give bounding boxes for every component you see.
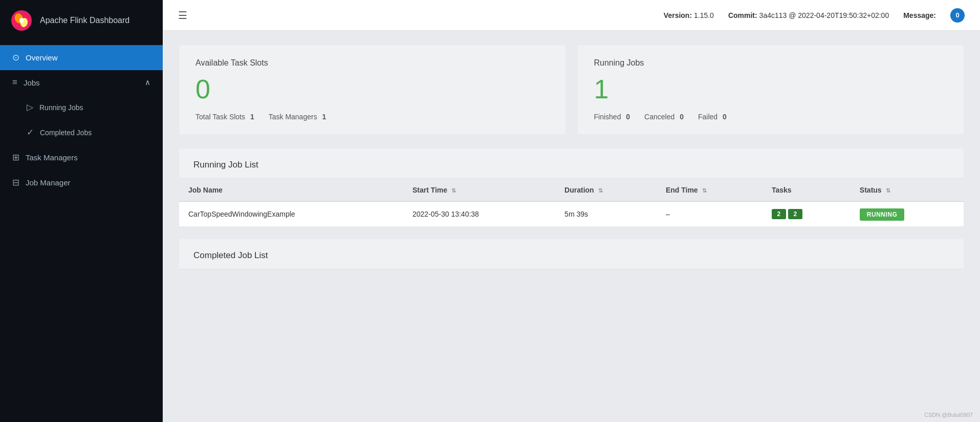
main-area: ☰ Version: 1.15.0 Commit: 3a4c113 @ 2022… — [163, 0, 980, 422]
duration-sort-icon: ⇅ — [598, 187, 603, 194]
table-row[interactable]: CarTopSpeedWindowingExample 2022-05-30 1… — [179, 202, 964, 227]
cell-status: RUNNING — [851, 202, 964, 227]
sidebar-item-task-managers-label: Task Managers — [26, 153, 78, 162]
message-badge[interactable]: 0 — [950, 8, 965, 23]
col-status[interactable]: Status ⇅ — [851, 179, 964, 202]
summary-cards: Available Task Slots 0 Total Task Slots … — [179, 45, 964, 134]
start-time-sort-icon: ⇅ — [451, 187, 456, 194]
task-slots-value: 0 — [195, 76, 549, 102]
task-managers-icon: ⊞ — [12, 152, 19, 163]
status-badge: RUNNING — [860, 208, 905, 221]
failed-stat: Failed 0 — [698, 113, 727, 121]
task-badge-b: 2 — [788, 209, 802, 219]
version-label: Version: — [664, 11, 692, 19]
canceled-stat: Canceled 0 — [644, 113, 684, 121]
tasks-badges: 2 2 — [772, 209, 841, 219]
table-header-row: Job Name Start Time ⇅ Duration ⇅ End Tim… — [179, 179, 964, 202]
task-slots-card: Available Task Slots 0 Total Task Slots … — [179, 45, 565, 134]
cell-start-time: 2022-05-30 13:40:38 — [403, 202, 555, 227]
running-jobs-card: Running Jobs 1 Finished 0 Canceled 0 Fai… — [578, 45, 964, 134]
task-badge-a: 2 — [772, 209, 786, 219]
sidebar: Apache Flink Dashboard ⊙ Overview ≡ Jobs… — [0, 0, 163, 422]
message-info: Message: — [903, 11, 936, 19]
running-jobs-title: Running Jobs — [594, 58, 948, 68]
cell-job-name: CarTopSpeedWindowingExample — [179, 202, 403, 227]
jobs-children: ▷ Running Jobs ✓ Completed Jobs — [0, 95, 163, 145]
running-jobs-stats: Finished 0 Canceled 0 Failed 0 — [594, 113, 948, 121]
chevron-up-icon: ∧ — [145, 78, 150, 87]
topbar-meta: Version: 1.15.0 Commit: 3a4c113 @ 2022-0… — [664, 8, 965, 23]
finished-stat: Finished 0 — [594, 113, 630, 121]
main-content: Available Task Slots 0 Total Task Slots … — [163, 31, 980, 422]
cell-end-time: – — [657, 202, 763, 227]
sidebar-item-jobs[interactable]: ≡ Jobs ∧ — [0, 70, 163, 95]
running-job-list-section: Running Job List Job Name Start Time ⇅ D… — [179, 149, 964, 227]
sidebar-item-completed-jobs[interactable]: ✓ Completed Jobs — [0, 120, 163, 145]
running-jobs-tbody: CarTopSpeedWindowingExample 2022-05-30 1… — [179, 202, 964, 227]
flink-logo-icon — [10, 9, 33, 32]
sidebar-item-jobs-label: Jobs — [24, 78, 40, 87]
running-jobs-value: 1 — [594, 76, 948, 102]
sidebar-item-task-managers[interactable]: ⊞ Task Managers — [0, 145, 163, 170]
message-label: Message: — [903, 11, 936, 19]
svg-point-3 — [19, 18, 24, 23]
footer-note: CSDN @Bulut0907 — [924, 412, 973, 418]
completed-jobs-icon: ✓ — [27, 127, 34, 138]
topbar: ☰ Version: 1.15.0 Commit: 3a4c113 @ 2022… — [163, 0, 980, 31]
completed-job-list-section: Completed Job List — [179, 239, 964, 269]
col-job-name: Job Name — [179, 179, 403, 202]
col-start-time[interactable]: Start Time ⇅ — [403, 179, 555, 202]
task-slots-title: Available Task Slots — [195, 58, 549, 68]
running-job-table: Job Name Start Time ⇅ Duration ⇅ End Tim… — [179, 179, 964, 227]
end-time-sort-icon: ⇅ — [702, 187, 707, 194]
sidebar-nav: ⊙ Overview ≡ Jobs ∧ ▷ Running Jobs ✓ Com… — [0, 41, 163, 422]
completed-job-list-title: Completed Job List — [179, 239, 964, 269]
sidebar-item-job-manager[interactable]: ⊟ Job Manager — [0, 170, 163, 195]
version-value: 1.15.0 — [694, 11, 714, 19]
commit-info: Commit: 3a4c113 @ 2022-04-20T19:50:32+02… — [728, 11, 889, 19]
col-end-time[interactable]: End Time ⇅ — [657, 179, 763, 202]
jobs-icon: ≡ — [12, 77, 17, 88]
sidebar-item-completed-jobs-label: Completed Jobs — [40, 129, 92, 137]
sidebar-logo: Apache Flink Dashboard — [0, 0, 163, 41]
col-tasks: Tasks — [763, 179, 851, 202]
commit-label: Commit: — [728, 11, 757, 19]
cell-duration: 5m 39s — [555, 202, 657, 227]
sidebar-item-running-jobs[interactable]: ▷ Running Jobs — [0, 95, 163, 120]
sidebar-item-overview-label: Overview — [26, 53, 58, 62]
job-manager-icon: ⊟ — [12, 177, 19, 188]
task-slots-stats: Total Task Slots 1 Task Managers 1 — [195, 113, 549, 121]
total-task-slots-stat: Total Task Slots 1 — [195, 113, 254, 121]
sidebar-item-job-manager-label: Job Manager — [26, 178, 71, 187]
menu-icon[interactable]: ☰ — [178, 9, 187, 22]
cell-tasks: 2 2 — [763, 202, 851, 227]
sidebar-item-running-jobs-label: Running Jobs — [39, 103, 83, 112]
running-job-list-title: Running Job List — [179, 149, 964, 179]
status-sort-icon: ⇅ — [886, 187, 890, 194]
col-duration[interactable]: Duration ⇅ — [555, 179, 657, 202]
overview-icon: ⊙ — [12, 52, 19, 63]
task-managers-stat: Task Managers 1 — [269, 113, 326, 121]
running-jobs-icon: ▷ — [27, 102, 33, 113]
sidebar-item-overview[interactable]: ⊙ Overview — [0, 45, 163, 70]
app-title: Apache Flink Dashboard — [40, 16, 129, 25]
version-info: Version: 1.15.0 — [664, 11, 714, 19]
commit-value: 3a4c113 @ 2022-04-20T19:50:32+02:00 — [759, 11, 889, 19]
